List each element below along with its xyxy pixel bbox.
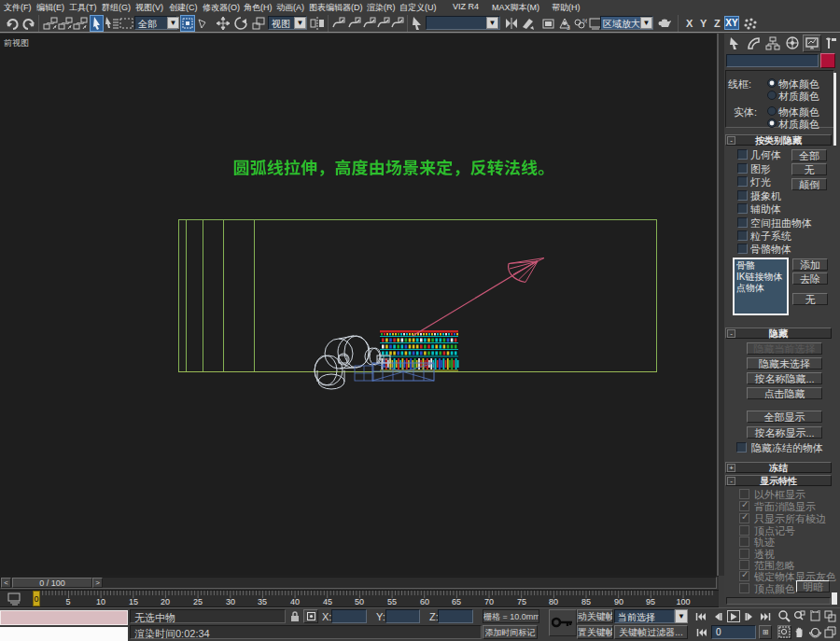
svg-text:70: 70 [484,597,494,606]
svg-text:60: 60 [420,597,429,606]
svg-text:%: % [582,18,587,24]
svg-text:20: 20 [161,597,170,606]
svg-text:3: 3 [567,24,570,31]
svg-text:10: 10 [96,597,105,606]
svg-text:85: 85 [581,597,591,606]
svg-text:50: 50 [355,597,364,606]
svg-text:30: 30 [226,597,235,606]
svg-text:55: 55 [387,597,397,606]
svg-text:65: 65 [452,597,461,606]
svg-text:95: 95 [646,597,655,606]
svg-text:15: 15 [129,597,138,606]
svg-text:100: 100 [676,597,690,606]
svg-text:75: 75 [517,597,526,606]
svg-text:45: 45 [323,597,332,606]
svg-text:35: 35 [258,597,267,606]
svg-text:5: 5 [65,597,70,606]
svg-text:80: 80 [549,597,558,606]
svg-text:前视图: 前视图 [4,38,29,48]
svg-text:40: 40 [290,597,300,606]
svg-text:25: 25 [193,597,203,606]
svg-text:90: 90 [614,597,623,606]
